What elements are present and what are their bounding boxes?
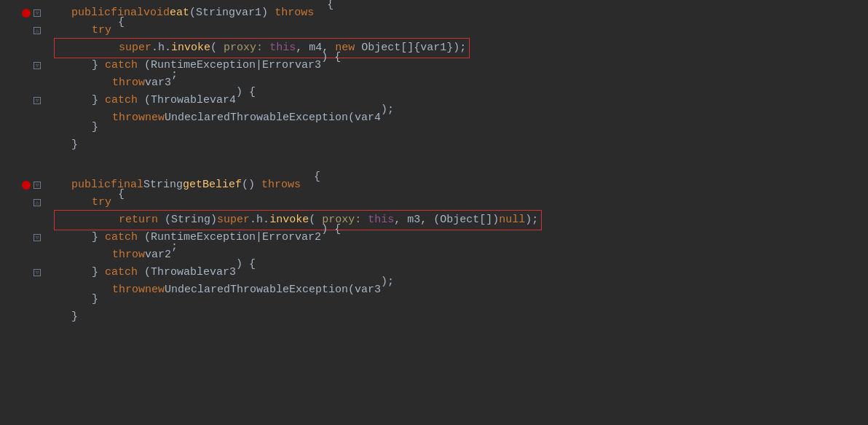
gutter-row-6 [0,92,45,109]
gutter-row-12 [0,211,45,229]
fold-icon[interactable] [33,62,41,69]
code-line: } [48,316,868,334]
gutter-row-9 [0,144,45,162]
code-line: } [48,144,868,162]
code-editor: public final void eat(String var1) throw… [45,0,868,425]
highlighted-invoke-line-2: return (String)super.h.invoke( proxy: th… [48,211,868,229]
gutter-row-7 [0,109,45,127]
fold-icon[interactable] [33,9,41,17]
code-line: throw var3; [48,74,868,92]
gutter-row-16 [0,281,45,299]
code-line: try { [48,22,868,39]
gutter-row-14 [0,246,45,264]
fold-icon[interactable] [33,199,41,206]
fold-icon[interactable] [33,234,41,241]
code-line: } catch (Throwable var4) { [48,92,868,109]
fold-icon[interactable] [33,269,41,276]
gutter-row-8 [0,127,45,144]
code-line: } [48,127,868,144]
code-line: public final String getBelief() throws { [48,176,868,194]
breakpoint-icon[interactable] [22,181,31,190]
line-gutter [0,0,45,425]
code-line: } catch (Throwable var3) { [48,264,868,281]
highlighted-invoke-line-1: super.h.invoke( proxy: this, m4, new Obj… [48,39,868,57]
code-line: public final void eat(String var1) throw… [48,4,868,22]
fold-icon[interactable] [33,182,41,189]
gutter-row-10 [0,176,45,194]
gutter-row-18 [0,316,45,334]
gutter-row-1 [0,4,45,22]
gutter-row-17 [0,299,45,316]
method-spacer [48,162,868,176]
gutter-row-11 [0,194,45,211]
gutter-row-13 [0,229,45,246]
code-line: } [48,299,868,316]
code-line: throw new UndeclaredThrowableException(v… [48,109,868,127]
code-line: throw var2; [48,246,868,264]
breakpoint-icon[interactable] [22,9,31,17]
code-line: try { [48,194,868,211]
gutter-row-2 [0,22,45,39]
gutter-row-3 [0,39,45,57]
gutter-row-15 [0,264,45,281]
code-line: throw new UndeclaredThrowableException(v… [48,281,868,299]
fold-icon[interactable] [33,27,41,34]
gutter-row-4 [0,57,45,74]
fold-icon[interactable] [33,97,41,104]
gutter-row-5 [0,74,45,92]
